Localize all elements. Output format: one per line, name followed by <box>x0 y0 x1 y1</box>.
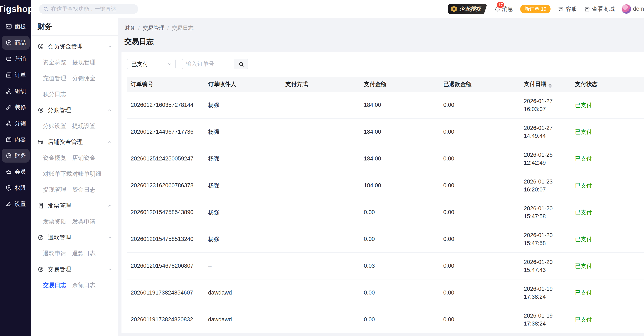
view-shop-label: 查看商城 <box>592 5 614 13</box>
submenu-item[interactable]: 退款申请 <box>43 246 72 261</box>
amount: 184.00 <box>360 155 440 162</box>
rail-item-finance[interactable]: 财务 <box>2 149 30 162</box>
rail-item-orders[interactable]: 订单 <box>2 68 30 82</box>
submenu-item[interactable]: 店铺资金 <box>72 150 118 166</box>
recipient: -- <box>204 263 282 269</box>
support-button[interactable]: 客服 <box>558 5 577 13</box>
order-search-group <box>182 59 248 69</box>
submenu-item[interactable]: 提现管理 <box>72 55 118 70</box>
rail-item-permissions[interactable]: 权限 <box>2 181 30 195</box>
pay-date-time: 15:47:58 <box>524 212 571 220</box>
rail-item-label: 面板 <box>15 23 26 30</box>
messages-button[interactable]: 17 消息 <box>494 5 513 13</box>
search-button[interactable] <box>234 59 248 69</box>
rail-item-label: 分销 <box>15 120 26 127</box>
sort-desc-icon[interactable] <box>548 86 552 88</box>
amount: 0.03 <box>360 263 440 269</box>
submenu-item[interactable]: 资金总览 <box>43 55 72 70</box>
pay-date: 2026-01-2015:47:43 <box>520 258 571 274</box>
submenu-item[interactable]: 余额日志 <box>72 277 118 293</box>
submenu-item[interactable]: 发票申请 <box>72 214 118 230</box>
user-avatar[interactable] <box>622 4 631 14</box>
rail-item-organization[interactable]: 组织 <box>2 84 30 98</box>
global-search[interactable] <box>39 4 138 14</box>
submenu-item[interactable]: 资金概览 <box>43 150 72 166</box>
submenu-item[interactable]: 分销佣金 <box>72 70 118 86</box>
app-logo[interactable]: Tigshop <box>0 0 31 18</box>
order-number-input[interactable] <box>182 59 234 69</box>
page-title: 交易日志 <box>124 37 644 47</box>
org-chart-icon <box>6 88 12 94</box>
receipt-icon <box>37 202 44 209</box>
section-member-funds[interactable]: 会员资金管理 <box>31 39 118 55</box>
rail-item-distribution[interactable]: 分销 <box>2 116 30 130</box>
col-recipient: 订单收件人 <box>204 80 282 88</box>
filter-bar: 已支付 <box>127 59 644 69</box>
refunded: 0.00 <box>440 316 520 323</box>
status-badge: 已支付 <box>571 155 644 162</box>
rail-item-settings[interactable]: 设置 <box>2 197 30 211</box>
submenu-item[interactable]: 对账单明细 <box>72 166 118 182</box>
breadcrumb-finance[interactable]: 财务 <box>124 24 135 32</box>
view-shop-button[interactable]: 查看商城 <box>584 5 614 13</box>
refunded: 0.00 <box>440 289 520 296</box>
section-transactions[interactable]: 交易管理 <box>31 261 118 277</box>
section-label: 交易管理 <box>48 265 71 273</box>
col-order-no: 订单编号 <box>127 80 204 88</box>
global-search-input[interactable] <box>51 6 134 12</box>
section-label: 分账管理 <box>48 106 71 114</box>
submenu-item[interactable]: 提现管理 <box>43 182 72 198</box>
submenu-item[interactable]: 退款日志 <box>72 246 118 261</box>
col-pay-method: 支付方式 <box>282 80 360 88</box>
pay-date-time: 16:03:07 <box>524 105 571 113</box>
pay-date: 2026-01-1917:38:24 <box>520 312 571 328</box>
main-content: 财务 / 交易管理 / 交易日志 交易日志 已支付 订单编号 订单收件人 支付方… <box>118 18 644 336</box>
table-row: 20260119173824820832 dawdawd 0.00 0.00 2… <box>127 306 644 333</box>
user-menu[interactable]: dem <box>622 4 644 14</box>
section-split-accounts[interactable]: 分账管理 <box>31 102 118 118</box>
message-count-badge: 17 <box>496 2 504 8</box>
pay-status-select[interactable]: 已支付 <box>127 59 176 69</box>
table-header: 订单编号 订单收件人 支付方式 支付金额 已退款金额 支付日期 支付状态 <box>127 77 644 92</box>
username: dem <box>633 6 644 12</box>
status-badge: 已支付 <box>571 262 644 270</box>
rail-item-goods[interactable]: 商品 <box>2 36 30 50</box>
recipient: dawdawd <box>204 316 282 323</box>
rail-item-decoration[interactable]: 装修 <box>2 100 30 114</box>
chevron-up-icon <box>108 44 112 49</box>
submenu-item[interactable]: 积分日志 <box>43 86 72 102</box>
refunded: 0.00 <box>440 209 520 216</box>
pay-date: 2026-01-2714:49:44 <box>520 124 571 140</box>
rail-item-content[interactable]: 内容 <box>2 133 30 146</box>
sort-asc-icon[interactable] <box>548 83 552 85</box>
ticket-icon <box>6 56 12 62</box>
new-orders-badge[interactable]: 新订单 19 <box>520 5 550 14</box>
section-invoices[interactable]: 发票管理 <box>31 198 118 214</box>
submenu-item-transaction-log[interactable]: 交易日志 <box>43 277 72 293</box>
pay-date-time: 17:38:24 <box>524 293 571 301</box>
enterprise-license-badge[interactable]: V 企业授权 <box>448 4 487 14</box>
sort-date-control[interactable] <box>548 83 552 88</box>
pay-date-day: 2026-01-20 <box>524 231 571 239</box>
recipient: 杨强 <box>204 155 282 162</box>
section-shop-funds[interactable]: 店铺资金管理 <box>31 134 118 150</box>
submenu-item[interactable]: 充值管理 <box>43 70 72 86</box>
order-no: 20260120154758513240 <box>127 236 204 242</box>
status-badge: 已支付 <box>571 128 644 136</box>
rail-item-members[interactable]: 会员 <box>2 165 30 179</box>
rail-item-dashboard[interactable]: 面板 <box>2 20 30 34</box>
section-refunds[interactable]: 退款管理 <box>31 230 118 246</box>
submenu-item[interactable]: 分账设置 <box>43 118 72 134</box>
col-pay-date: 支付日期 <box>520 80 571 88</box>
content-doc-icon <box>6 136 12 143</box>
amount: 184.00 <box>360 182 440 189</box>
submenu-item[interactable]: 发票资质 <box>43 214 72 230</box>
submenu-item[interactable]: 提现设置 <box>72 118 118 134</box>
submenu-item[interactable]: 资金日志 <box>72 182 118 198</box>
shop-icon <box>584 6 590 12</box>
rail-item-marketing[interactable]: 营销 <box>2 52 30 66</box>
chevron-up-icon <box>108 203 112 208</box>
submenu-item[interactable]: 对账单下载 <box>43 166 72 182</box>
order-no: 20260127160357278144 <box>127 102 204 108</box>
breadcrumb-transaction-mgmt[interactable]: 交易管理 <box>142 24 164 32</box>
